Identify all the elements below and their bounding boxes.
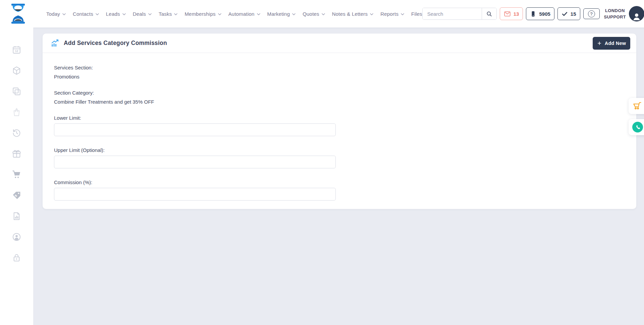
plus-icon [597, 41, 602, 46]
sidebar-item-price-tag[interactable]: $ [12, 191, 22, 200]
phone-count: 5905 [539, 11, 550, 17]
top-header: Today Contacts Leads Deals Tasks Members… [0, 0, 644, 28]
chart-growth-icon [51, 39, 59, 48]
chevron-down-icon [148, 13, 152, 15]
mail-notifications-badge[interactable]: 13 [500, 7, 523, 20]
history-clock-icon [12, 128, 21, 138]
lower-limit-group: Lower Limit: [54, 115, 625, 136]
phone-icon [635, 124, 641, 130]
nav-item-tasks[interactable]: Tasks [159, 11, 177, 17]
shopping-bag-icon [12, 107, 21, 117]
commission-group: Commission (%): [54, 179, 625, 201]
chevron-down-icon [370, 13, 373, 15]
header-right-cluster: 13 5905 15 ? LONDON SUPPORT [422, 6, 644, 21]
commission-input[interactable] [54, 188, 336, 201]
app-logo[interactable] [10, 4, 26, 24]
nav-item-notes-letters[interactable]: Notes & Letters [332, 11, 373, 17]
nav-item-quotes[interactable]: Quotes [303, 11, 325, 17]
lower-limit-label: Lower Limit: [54, 115, 625, 121]
chevron-down-icon [174, 13, 177, 15]
sidebar-item-cart[interactable] [12, 170, 22, 179]
chevron-down-icon [62, 13, 66, 15]
card-header: Add Services Category Commission Add New [43, 34, 636, 53]
nav-item-contacts[interactable]: Contacts [73, 11, 99, 17]
section-category-group: Section Category: Combine Filler Treatme… [54, 90, 625, 105]
sidebar-item-copy[interactable] [12, 87, 22, 96]
sidebar-item-shopping-bag[interactable] [12, 107, 22, 117]
chevron-down-icon [122, 13, 126, 15]
report-document-icon [12, 211, 21, 221]
cart-quick-button[interactable] [629, 98, 644, 114]
commission-card: Add Services Category Commission Add New… [43, 34, 636, 209]
mail-count: 13 [514, 11, 519, 17]
upper-limit-label: Upper Limit (Optional): [54, 147, 625, 153]
call-quick-button[interactable] [629, 119, 644, 135]
chevron-down-icon [401, 13, 404, 15]
checkmark-icon [561, 11, 568, 17]
commission-form: Services Section: Promotions Section Cat… [43, 53, 636, 201]
add-new-button[interactable]: Add New [593, 37, 630, 50]
global-search [422, 8, 497, 20]
page-title-wrap: Add Services Category Commission [51, 39, 167, 48]
nav-item-reports[interactable]: Reports [380, 11, 404, 17]
nav-item-files[interactable]: Files [411, 11, 422, 17]
nav-item-memberships[interactable]: Memberships [184, 11, 221, 17]
user-circle-icon [12, 232, 21, 242]
tasks-done-badge[interactable]: 15 [557, 7, 580, 20]
calendar-day-label: 12 [15, 49, 18, 53]
nav-item-leads[interactable]: Leads [106, 11, 126, 17]
search-button[interactable] [482, 8, 496, 19]
calendar-icon: 12 [12, 45, 21, 55]
phone-calls-badge[interactable]: 5905 [526, 7, 554, 20]
nav-item-deals[interactable]: Deals [133, 11, 152, 17]
search-icon [486, 11, 492, 17]
sidebar-item-gift[interactable] [12, 149, 22, 159]
chevron-down-icon [257, 13, 260, 15]
sidebar-item-calendar[interactable]: 12 [12, 45, 22, 55]
package-cube-icon [12, 66, 21, 75]
mobile-phone-icon [530, 10, 536, 17]
gift-icon [12, 149, 21, 159]
phone-bubble [632, 122, 643, 132]
cart-icon [632, 101, 642, 111]
chevron-down-icon [322, 13, 325, 15]
page-title: Add Services Category Commission [64, 40, 167, 47]
left-sidebar: 12 [0, 28, 34, 325]
services-section-group: Services Section: Promotions [54, 65, 625, 80]
sidebar-item-account[interactable] [12, 232, 22, 242]
upper-limit-input[interactable] [54, 156, 336, 168]
main-nav: Today Contacts Leads Deals Tasks Members… [46, 11, 422, 17]
chevron-down-icon [96, 13, 99, 15]
sidebar-item-package[interactable] [12, 66, 22, 75]
nav-item-marketing[interactable]: Marketing [267, 11, 296, 17]
help-button[interactable]: ? [583, 8, 600, 19]
shopping-cart-icon [12, 170, 21, 179]
envelope-icon [504, 10, 511, 17]
sidebar-item-report[interactable] [12, 211, 22, 221]
nav-item-automation[interactable]: Automation [228, 11, 260, 17]
section-category-value: Combine Filler Treatments and get 35% OF… [54, 99, 154, 105]
hourglass-logo-icon [10, 4, 26, 24]
content-area: Add Services Category Commission Add New… [34, 28, 644, 325]
lock-icon [12, 253, 21, 263]
sidebar-item-history[interactable] [12, 128, 22, 138]
section-category-label: Section Category: [54, 90, 625, 96]
copy-layers-icon [12, 87, 21, 96]
upper-limit-group: Upper Limit (Optional): [54, 147, 625, 168]
person-icon [632, 11, 642, 21]
price-tag-icon: $ [12, 191, 21, 200]
search-input[interactable] [423, 8, 482, 19]
commission-label: Commission (%): [54, 179, 625, 185]
lower-limit-input[interactable] [54, 123, 336, 136]
avatar[interactable] [629, 6, 644, 21]
chevron-down-icon [292, 13, 296, 15]
services-section-label: Services Section: [54, 65, 625, 70]
services-section-value: Promotions [54, 74, 79, 79]
user-name: LONDON SUPPORT [604, 7, 626, 20]
check-count: 15 [571, 11, 576, 17]
app-window: Today Contacts Leads Deals Tasks Members… [0, 0, 644, 325]
question-mark-icon: ? [588, 10, 595, 17]
sidebar-item-lock[interactable] [12, 253, 22, 263]
chevron-down-icon [218, 13, 221, 15]
nav-item-today[interactable]: Today [46, 11, 66, 17]
